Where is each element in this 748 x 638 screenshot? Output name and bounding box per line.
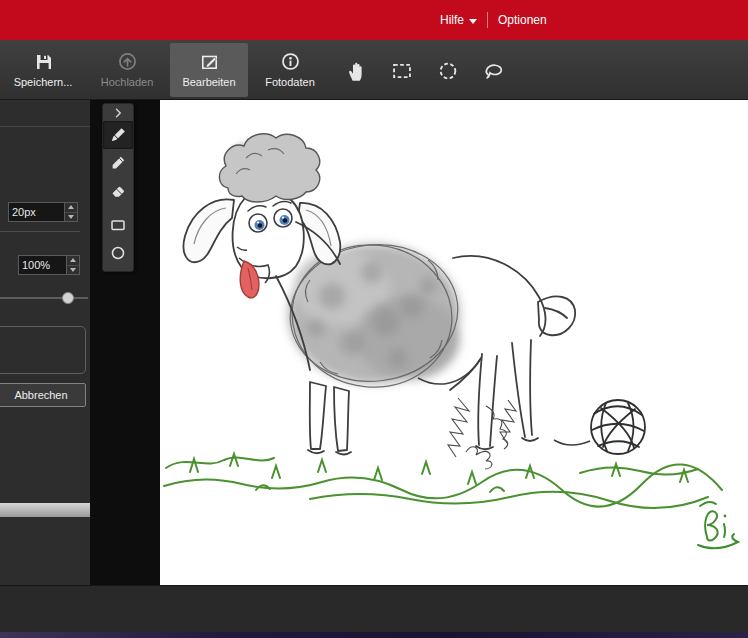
side-panel: Abbrechen [0,100,90,585]
ellipse-marquee-icon [437,60,459,82]
save-icon [34,52,53,71]
chevron-right-icon [112,107,124,119]
edit-button[interactable]: Bearbeiten [170,43,248,97]
spin-down-button[interactable] [67,266,79,275]
bottom-bar: ☆ ☆ ☆ ☆ ☆ [0,585,748,632]
image-canvas[interactable] [160,100,748,585]
menubar: Hilfe Optionen [0,0,748,40]
rectangle-icon [109,216,127,234]
brush-tool[interactable] [103,121,133,149]
photodata-label: Fotodaten [265,76,315,88]
app-window: Hilfe Optionen Speichern... Ho [0,0,748,638]
arrow-down-icon [68,215,74,219]
save-label: Speichern... [14,76,73,88]
upload-button[interactable]: Hochladen [86,43,168,97]
cancel-button[interactable]: Abbrechen [0,383,86,407]
arrow-up-icon [70,258,76,262]
save-button[interactable]: Speichern... [2,43,84,97]
brush-icon [109,126,127,144]
brush-preview-box [0,326,86,374]
panel-divider [0,126,90,127]
opacity-input[interactable] [19,256,66,274]
edit-icon [200,52,219,71]
brush-size-input[interactable] [9,203,64,221]
pencil-tool[interactable] [103,149,133,177]
ellipse-shape-tool[interactable] [103,239,133,267]
taskbar-sliver [0,632,748,638]
rect-marquee-icon [391,60,413,82]
slider-track[interactable] [0,297,88,299]
ellipse-icon [109,244,127,262]
help-menu[interactable]: Hilfe [430,0,487,40]
arrow-down-icon [70,268,76,272]
toolbar: Speichern... Hochladen Bearbeiten Fotoda… [0,40,748,100]
sheep-drawing [160,100,748,585]
chevron-down-icon [469,19,477,24]
selected-list-row[interactable] [0,503,90,517]
info-icon [281,52,300,71]
opacity-slider[interactable] [0,292,88,304]
lasso-icon [483,60,505,82]
collapse-panel-button[interactable] [103,105,133,121]
artist-signature [698,502,738,548]
brush-size-field [8,202,78,222]
eraser-icon [109,182,127,200]
pencil-icon [109,154,127,172]
hand-tool-button[interactable] [342,58,370,84]
opacity-spinner [66,256,79,274]
brush-size-spinner [64,203,77,221]
opacity-field [18,255,80,275]
photodata-button[interactable]: Fotodaten [250,43,330,97]
eraser-tool[interactable] [103,177,133,205]
menubar-items: Hilfe Optionen [430,0,557,40]
help-label: Hilfe [440,13,464,27]
rect-select-button[interactable] [388,58,416,84]
options-label: Optionen [498,13,547,27]
edit-label: Bearbeiten [182,76,235,88]
ellipse-select-button[interactable] [434,58,462,84]
spin-up-button[interactable] [65,203,77,213]
options-menu[interactable]: Optionen [488,0,557,40]
cancel-label: Abbrechen [14,389,67,401]
drawing-tool-strip [102,103,134,272]
rectangle-shape-tool[interactable] [103,211,133,239]
arrow-up-icon [68,205,74,209]
spin-down-button[interactable] [65,213,77,222]
hand-icon [345,60,367,82]
slider-handle[interactable] [62,292,74,304]
upload-label: Hochladen [101,76,154,88]
upload-icon [118,52,137,71]
spin-up-button[interactable] [67,256,79,266]
lasso-select-button[interactable] [480,58,508,84]
panel-divider [0,231,80,232]
